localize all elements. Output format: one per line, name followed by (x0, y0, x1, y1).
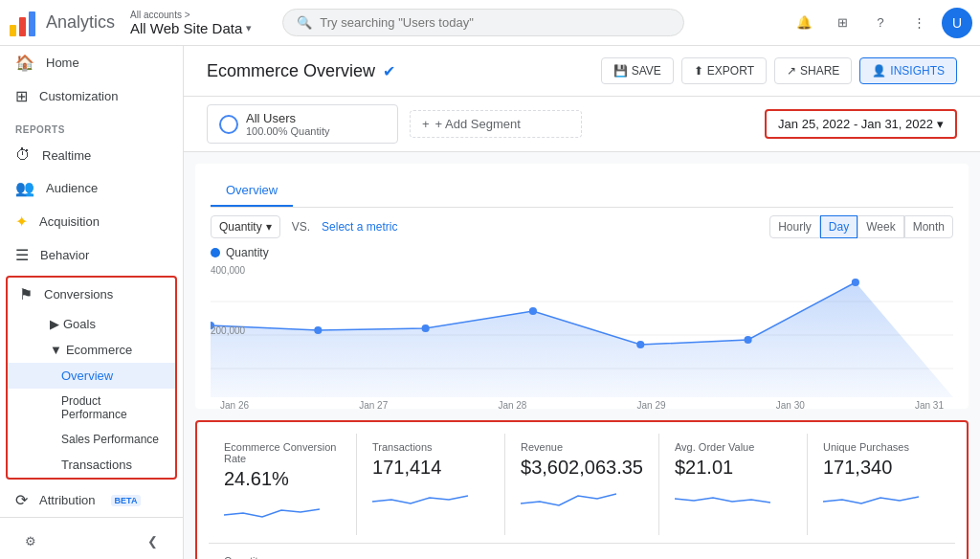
y-label-mid: 200,000 (211, 325, 245, 336)
vs-label: VS. (292, 220, 310, 234)
sidebar-item-attribution[interactable]: ⟳ Attribution BETA (0, 483, 183, 517)
segment-label: All Users (246, 111, 329, 125)
sidebar-item-product-performance[interactable]: Product Performance (8, 389, 175, 427)
chart-tabs: Overview (211, 175, 953, 208)
customization-icon: ⊞ (15, 87, 28, 105)
transactions-label: Transactions (372, 441, 489, 453)
sidebar-item-transactions[interactable]: Transactions (8, 452, 175, 478)
acquisition-icon: ✦ (15, 212, 28, 231)
account-selector[interactable]: All Web Site Data ▾ (130, 20, 252, 36)
svg-point-10 (636, 341, 644, 348)
avatar[interactable]: U (942, 8, 972, 38)
ecommerce-arrow-icon: ▼ (50, 343, 62, 357)
chart-controls: Quantity ▾ VS. Select a metric Hourly Da… (211, 215, 953, 238)
avg-order-label: Avg. Order Value (675, 441, 791, 453)
metric-card-avg-order: Avg. Order Value $21.01 (659, 434, 808, 535)
chart-section: Overview Quantity ▾ VS. Select a metric … (195, 164, 969, 409)
avg-order-value: $21.01 (675, 457, 791, 479)
goals-arrow-icon: ▶ (50, 317, 59, 331)
help-button[interactable]: ? (865, 8, 896, 38)
revenue-value: $3,602,063.35 (521, 457, 643, 479)
segment-sublabel: 100.00% Quantity (246, 125, 329, 137)
sidebar-item-customization[interactable]: ⊞ Customization (0, 79, 183, 113)
export-button[interactable]: ⬆ EXPORT (681, 57, 767, 84)
quantity-label: Quantity (224, 555, 940, 559)
line-chart (211, 273, 953, 397)
notifications-button[interactable]: 🔔 (789, 8, 819, 38)
chart-x-labels: Jan 26 Jan 27 Jan 28 Jan 29 Jan 30 Jan 3… (211, 400, 953, 411)
verified-icon: ✔ (383, 62, 395, 80)
share-icon: ↗ (787, 64, 796, 78)
metric-card-conversion-rate: Ecommerce Conversion Rate 24.61% (209, 434, 357, 535)
x-label-jan27: Jan 27 (359, 400, 388, 411)
metric-card-quantity: Quantity 1,370,057 (209, 551, 955, 559)
sparkline-conversion (224, 496, 320, 525)
day-button[interactable]: Day (820, 215, 858, 238)
conversion-rate-value: 24.61% (224, 468, 341, 490)
content-header: Ecommerce Overview ✔ 💾 SAVE ⬆ EXPORT ↗ S… (184, 46, 980, 97)
apps-button[interactable]: ⊞ (827, 8, 858, 38)
reports-section-label: REPORTS (0, 113, 183, 139)
settings-button[interactable]: ⚙ (15, 525, 46, 556)
sidebar-item-behavior[interactable]: ☰ Behavior (0, 238, 183, 272)
x-label-jan31: Jan 31 (915, 400, 944, 411)
segment-all-users[interactable]: All Users 100.00% Quantity (207, 104, 398, 144)
sidebar-item-ecommerce[interactable]: ▼ Ecommerce (8, 337, 175, 363)
sidebar-item-overview[interactable]: Overview (8, 363, 175, 389)
main-body: 🏠 Home ⊞ Customization REPORTS ⏱ Realtim… (0, 46, 980, 559)
sidebar-item-goals[interactable]: ▶ Goals (8, 311, 175, 337)
time-controls: Hourly Day Week Month (769, 215, 953, 238)
week-button[interactable]: Week (858, 215, 903, 238)
app-title: Analytics (46, 12, 115, 33)
svg-rect-0 (10, 25, 16, 36)
chart-wrapper: 400,000 200,000 (211, 263, 953, 397)
search-bar[interactable]: 🔍 (282, 9, 684, 36)
realtime-icon: ⏱ (15, 146, 31, 164)
sidebar-item-audience[interactable]: 👥 Audience (0, 171, 183, 205)
metric-card-revenue: Revenue $3,602,063.35 (505, 434, 659, 535)
export-icon: ⬆ (694, 64, 703, 78)
share-button[interactable]: ↗ SHARE (774, 57, 852, 84)
svg-rect-2 (29, 11, 35, 36)
metrics-section: Ecommerce Conversion Rate 24.61% Transac… (195, 420, 969, 559)
revenue-label: Revenue (521, 441, 643, 453)
more-button[interactable]: ⋮ (903, 8, 934, 38)
sidebar-item-conversions[interactable]: ⚑ Conversions (8, 278, 175, 311)
metric-card-unique-purchases: Unique Purchases 171,340 (808, 434, 955, 535)
sidebar: 🏠 Home ⊞ Customization REPORTS ⏱ Realtim… (0, 46, 184, 559)
segments-bar: All Users 100.00% Quantity + + Add Segme… (184, 97, 980, 152)
x-label-jan29: Jan 29 (637, 400, 666, 411)
sidebar-item-sales-performance[interactable]: Sales Performance (8, 427, 175, 452)
collapse-sidebar-button[interactable]: ❮ (137, 525, 167, 556)
conversions-icon: ⚑ (19, 285, 33, 303)
content-area: Ecommerce Overview ✔ 💾 SAVE ⬆ EXPORT ↗ S… (184, 46, 980, 559)
save-button[interactable]: 💾 SAVE (601, 57, 674, 84)
top-nav: Analytics All accounts > All Web Site Da… (0, 0, 980, 46)
metrics-second-row: Quantity 1,370,057 (209, 543, 955, 559)
unique-purchases-value: 171,340 (823, 457, 940, 479)
insights-icon: 👤 (872, 64, 886, 78)
audience-icon: 👥 (15, 179, 34, 197)
chart-legend: Quantity (211, 246, 953, 259)
search-icon: 🔍 (297, 15, 312, 30)
home-icon: 🏠 (15, 54, 34, 72)
hourly-button[interactable]: Hourly (769, 215, 820, 238)
sidebar-item-realtime[interactable]: ⏱ Realtime (0, 139, 183, 171)
sidebar-item-home[interactable]: 🏠 Home (0, 46, 183, 79)
date-range-button[interactable]: Jan 25, 2022 - Jan 31, 2022 ▾ (765, 109, 957, 139)
month-button[interactable]: Month (904, 215, 953, 238)
metric-selector-1[interactable]: Quantity ▾ (211, 215, 280, 238)
select-metric-link[interactable]: Select a metric (322, 220, 397, 234)
metrics-row: Ecommerce Conversion Rate 24.61% Transac… (209, 434, 955, 535)
date-chevron-icon: ▾ (937, 117, 944, 131)
sidebar-item-acquisition[interactable]: ✦ Acquisition (0, 205, 183, 238)
svg-rect-1 (19, 17, 26, 36)
search-input[interactable] (320, 15, 670, 30)
attribution-icon: ⟳ (15, 491, 28, 509)
metric-card-transactions: Transactions 171,414 (357, 434, 505, 535)
metric-chevron-icon: ▾ (266, 220, 272, 234)
analytics-logo (8, 8, 38, 38)
tab-overview[interactable]: Overview (211, 175, 293, 207)
insights-button[interactable]: 👤 INSIGHTS (859, 57, 957, 84)
add-segment-button[interactable]: + + Add Segment (410, 110, 582, 138)
